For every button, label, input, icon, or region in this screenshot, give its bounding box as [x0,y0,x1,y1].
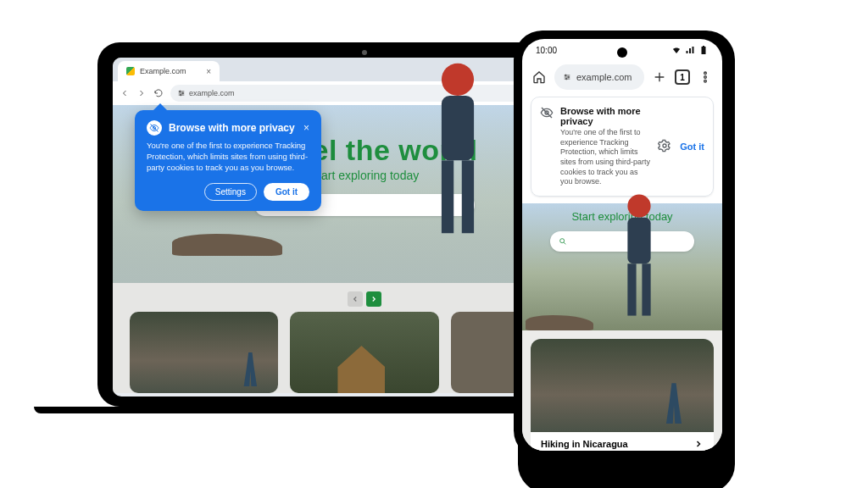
svg-point-14 [704,76,707,79]
mobile-content: Hiking in Nicaragua [522,330,722,451]
destination-card[interactable] [290,312,438,393]
wifi-icon [671,45,682,55]
mobile-bubble-title: Browse with more privacy [560,106,651,126]
svg-point-13 [704,72,707,75]
privacy-callout-bubble: Browse with more privacy × You're one of… [135,110,321,211]
mobile-toolbar: example.com 1 [522,61,722,97]
svg-point-2 [180,94,181,96]
hero-person-icon [539,191,722,319]
tune-icon[interactable] [177,89,186,97]
svg-rect-4 [442,96,474,160]
eye-off-icon [147,120,162,136]
browser-tab[interactable]: Example.com × [118,61,220,81]
svg-point-12 [565,78,567,80]
svg-point-3 [442,64,474,96]
pager-next-button[interactable] [366,291,381,307]
svg-point-1 [182,92,184,94]
battery-icon [698,45,709,55]
mobile-got-it-button[interactable]: Got it [680,141,704,152]
favicon-icon [126,67,135,75]
svg-rect-21 [627,263,636,315]
chevron-left-icon [351,295,359,303]
svg-rect-20 [627,218,650,264]
eye-off-icon [540,106,554,121]
svg-point-15 [704,80,707,82]
destination-card[interactable] [130,312,278,393]
bubble-title: Browse with more privacy [169,122,295,134]
mobile-bubble-body: You're one of the first to experience Tr… [560,128,651,187]
plus-icon[interactable] [653,70,666,84]
got-it-button[interactable]: Got it [264,183,309,201]
svg-point-11 [568,76,570,78]
back-icon[interactable] [120,88,130,98]
signal-icon [685,45,695,55]
close-icon[interactable]: × [303,122,309,134]
laptop-camera [362,50,367,55]
mobile-omnibox-url: example.com [576,72,632,82]
settings-button[interactable]: Settings [204,183,257,201]
chrome-mobile-window: 10:00 example.com 1 Browse with more pri… [522,39,722,451]
pager-prev-button[interactable] [348,291,363,307]
mobile-hero: Start exploring today [522,203,722,330]
chevron-right-icon [693,439,704,449]
tab-title: Example.com [140,67,186,75]
mobile-privacy-callout: Browse with more privacy You're one of t… [531,97,714,197]
svg-point-10 [565,75,567,76]
bubble-body: You're one of the first to experience Tr… [147,141,309,173]
chevron-right-icon [370,295,378,303]
svg-point-0 [180,91,181,92]
mobile-card[interactable]: Hiking in Nicaragua [531,339,714,451]
svg-point-17 [663,144,666,147]
more-icon[interactable] [698,70,712,84]
svg-point-19 [627,195,650,218]
tab-count-button[interactable]: 1 [675,69,690,85]
mobile-omnibox[interactable]: example.com [554,64,644,90]
home-icon[interactable] [532,70,546,84]
card-image [531,339,714,432]
phone-camera [617,47,627,58]
forward-icon[interactable] [136,88,147,98]
reload-icon[interactable] [153,88,164,98]
status-time: 10:00 [536,46,557,55]
svg-rect-9 [703,46,704,47]
card-title: Hiking in Nicaragua [541,439,628,449]
svg-rect-5 [442,160,453,233]
tune-icon[interactable] [563,73,571,81]
svg-rect-6 [462,160,474,233]
gear-icon[interactable] [658,139,671,154]
svg-rect-22 [642,263,650,315]
phone-device: 10:00 example.com 1 Browse with more pri… [514,30,731,459]
